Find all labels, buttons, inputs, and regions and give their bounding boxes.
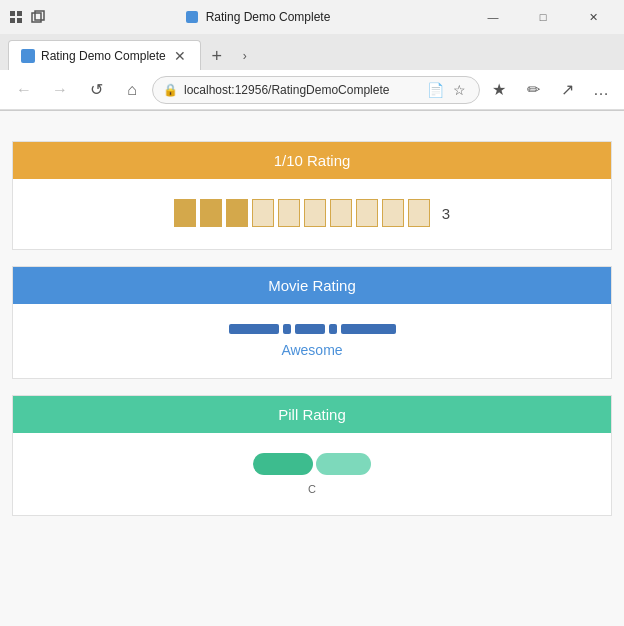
ten-rating-section: 1/10 Rating 3: [12, 141, 612, 250]
address-bar-actions: 📄 ☆: [425, 80, 469, 100]
movie-rating-label: Awesome: [281, 342, 342, 358]
back-button[interactable]: ←: [8, 76, 40, 104]
minimize-button[interactable]: —: [470, 3, 516, 31]
svg-rect-0: [10, 11, 15, 16]
tab-title: Rating Demo Complete: [41, 49, 166, 63]
block-rating-widget[interactable]: 3: [174, 199, 450, 227]
movie-rating-section: Movie Rating Awesome: [12, 266, 612, 379]
block-3[interactable]: [226, 199, 248, 227]
lock-icon: 🔒: [163, 83, 178, 97]
home-button[interactable]: ⌂: [116, 76, 148, 104]
pill-rating-title: Pill Rating: [278, 406, 346, 423]
title-bar: Rating Demo Complete — □ ✕: [0, 0, 624, 34]
pill-2[interactable]: [316, 453, 371, 475]
page-content: 1/10 Rating 3 Movie Rating: [0, 111, 624, 626]
more-tools-icon[interactable]: …: [586, 76, 616, 104]
block-8[interactable]: [356, 199, 378, 227]
share-icon[interactable]: ↗: [552, 76, 582, 104]
star-icon[interactable]: ☆: [449, 80, 469, 100]
svg-rect-2: [10, 18, 15, 23]
reading-list-icon[interactable]: ✏: [518, 76, 548, 104]
app-icon: [8, 9, 24, 25]
page-favicon: [186, 11, 198, 23]
restore-icon[interactable]: [30, 9, 46, 25]
block-10[interactable]: [408, 199, 430, 227]
page-title: Rating Demo Complete: [206, 10, 331, 24]
block-2[interactable]: [200, 199, 222, 227]
movie-bar-2[interactable]: [283, 324, 291, 334]
pill-rating-header: Pill Rating: [13, 396, 611, 433]
new-tab-button[interactable]: +: [203, 42, 231, 70]
block-1[interactable]: [174, 199, 196, 227]
ten-rating-title: 1/10 Rating: [274, 152, 351, 169]
ten-rating-body: 3: [13, 179, 611, 249]
pill-rating-body: C: [13, 433, 611, 515]
active-tab[interactable]: Rating Demo Complete ✕: [8, 40, 201, 70]
tab-chevron-button[interactable]: ›: [233, 42, 257, 70]
movie-rating-header: Movie Rating: [13, 267, 611, 304]
svg-rect-3: [17, 18, 22, 23]
ten-rating-header: 1/10 Rating: [13, 142, 611, 179]
pill-1[interactable]: [253, 453, 313, 475]
title-bar-left: [8, 9, 46, 25]
block-count-label: 3: [442, 205, 450, 222]
address-bar[interactable]: 🔒 localhost:12956/RatingDemoComplete 📄 ☆: [152, 76, 480, 104]
nav-bar: ← → ↺ ⌂ 🔒 localhost:12956/RatingDemoComp…: [0, 70, 624, 110]
pill-rating-widget[interactable]: [253, 453, 371, 475]
url-text: localhost:12956/RatingDemoComplete: [184, 83, 389, 97]
movie-bar-5[interactable]: [341, 324, 396, 334]
block-7[interactable]: [330, 199, 352, 227]
close-button[interactable]: ✕: [570, 3, 616, 31]
window-controls: — □ ✕: [470, 3, 616, 31]
toolbar-actions: ★ ✏ ↗ …: [484, 76, 616, 104]
pill-rating-label: C: [308, 483, 316, 495]
block-9[interactable]: [382, 199, 404, 227]
movie-rating-title: Movie Rating: [268, 277, 356, 294]
block-6[interactable]: [304, 199, 326, 227]
block-4[interactable]: [252, 199, 274, 227]
tab-bar: Rating Demo Complete ✕ + ›: [0, 34, 624, 70]
tab-close-button[interactable]: ✕: [172, 48, 188, 64]
forward-button[interactable]: →: [44, 76, 76, 104]
movie-bar-1[interactable]: [229, 324, 279, 334]
tab-favicon: [21, 49, 35, 63]
maximize-button[interactable]: □: [520, 3, 566, 31]
tab-reader-icon[interactable]: 📄: [425, 80, 445, 100]
favorites-icon[interactable]: ★: [484, 76, 514, 104]
block-5[interactable]: [278, 199, 300, 227]
refresh-button[interactable]: ↺: [80, 76, 112, 104]
movie-rating-widget[interactable]: [229, 324, 396, 334]
svg-rect-1: [17, 11, 22, 16]
movie-bar-3[interactable]: [295, 324, 325, 334]
movie-bar-4[interactable]: [329, 324, 337, 334]
movie-rating-body: Awesome: [13, 304, 611, 378]
pill-rating-section: Pill Rating C: [12, 395, 612, 516]
